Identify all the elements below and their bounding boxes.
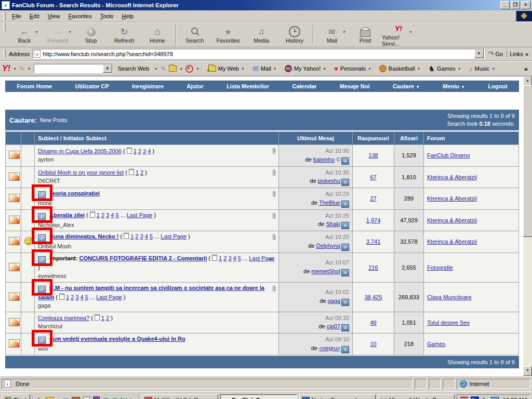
quicklaunch-desktop-icon[interactable]: ✎ <box>37 396 43 399</box>
header-last-post[interactable]: Ultimul Mesaj <box>279 132 353 145</box>
toolbar-grip[interactable] <box>3 50 6 58</box>
page-number-link[interactable]: 3 <box>143 148 146 154</box>
page-number-link[interactable]: 4 <box>111 212 114 218</box>
go-to-first-new-post-icon[interactable]: ✓ <box>38 256 46 264</box>
nav-lista-membrilor[interactable]: Lista Membrilor <box>227 83 269 89</box>
forum-link[interactable]: Kterinca & Aberatzii <box>427 238 477 245</box>
address-dropdown-icon[interactable]: ▼ <box>474 49 484 58</box>
go-to-last-post-icon[interactable]: » <box>341 201 349 208</box>
last-poster-link[interactable]: TheBlue <box>319 200 340 206</box>
last-page-link[interactable]: Last Page <box>96 294 122 300</box>
tray-display-icon[interactable] <box>491 397 499 399</box>
yahoo-search-input[interactable]: ▼ <box>34 64 113 73</box>
thread-title-link[interactable]: CONCURS FOTOGRAFIE EDITIA 2 - Comentarii <box>79 255 207 261</box>
menu-help[interactable]: Help <box>117 11 138 21</box>
vertical-scrollbar[interactable]: ▲ ▼ <box>523 76 532 376</box>
last-poster-link[interactable]: Delphyna <box>316 243 340 249</box>
search-web-button[interactable]: Search Web <box>115 64 152 73</box>
forum-link[interactable]: Kterinca & Aberatzii <box>427 174 477 180</box>
replies-link[interactable]: 27 <box>370 195 376 202</box>
maximize-button[interactable]: ❐ <box>511 1 520 9</box>
menu-tools[interactable]: Tools <box>96 11 118 21</box>
page-number-link[interactable]: 3 <box>106 212 109 218</box>
last-poster-link[interactable]: memetShol <box>311 268 340 274</box>
go-to-first-new-post-icon[interactable]: ✓ <box>38 234 46 242</box>
yahoo-search-dropdown-icon[interactable]: ▼ <box>103 64 112 73</box>
page-number-link[interactable]: 1 <box>66 294 69 300</box>
highlight-pencil-icon[interactable]: ✎ <box>161 65 166 73</box>
thread-title-link[interactable]: Oribilul Mosh is on your ignore list <box>38 169 124 176</box>
bookmarks-folder-icon[interactable] <box>169 65 177 72</box>
stop-button[interactable]: × Stop <box>74 23 108 47</box>
nav-forum-home[interactable]: Forum Home <box>17 83 52 89</box>
page-number-link[interactable]: 3 <box>140 233 143 240</box>
tray-scheduler-icon[interactable] <box>460 396 468 399</box>
search-web-dropdown-icon[interactable]: ▼ <box>154 67 158 71</box>
page-number-link[interactable]: 3 <box>75 294 78 300</box>
nav-calendar[interactable]: Calendar <box>292 83 316 89</box>
quicklaunch-calculator-icon[interactable]: ▦ <box>103 396 109 399</box>
last-poster-link[interactable]: <negru> <box>319 345 340 351</box>
search-button[interactable]: Search <box>178 23 211 47</box>
page-number-link[interactable]: 1 <box>134 148 137 154</box>
pencil-dropdown-icon[interactable]: ▼ <box>28 67 31 71</box>
page-number-link[interactable]: 5 <box>238 255 241 261</box>
scroll-down-button[interactable]: ▼ <box>523 366 532 376</box>
page-number-link[interactable]: 4 <box>233 255 236 261</box>
links-bar[interactable]: Links » <box>507 51 531 57</box>
page-number-link[interactable]: 2 <box>138 148 141 154</box>
page-number-link[interactable]: 5 <box>115 212 118 218</box>
yahoo-logo[interactable]: Y! <box>2 64 10 73</box>
nav-ajutor[interactable]: Ajutor <box>187 83 203 89</box>
page-number-link[interactable]: 1 <box>219 255 222 261</box>
thread-title-link[interactable]: Buna dimineatza, Necko ! <box>49 233 118 240</box>
mail-dropdown-icon[interactable]: ▼ <box>342 30 346 34</box>
pages-group[interactable]: ( 1 2 3 4 5 ... Last Page ) <box>56 294 125 300</box>
go-to-first-new-post-icon[interactable]: ✓ <box>38 286 46 294</box>
go-to-last-post-icon[interactable]: » <box>341 324 349 331</box>
go-to-last-post-icon[interactable]: » <box>341 269 349 276</box>
last-poster-link[interactable]: Shaki <box>326 221 340 227</box>
target-icon[interactable] <box>185 65 193 73</box>
pages-group[interactable]: ( 1 2 3 4 5 ... Last Page ) <box>86 212 156 218</box>
last-poster-link[interactable]: cip07 <box>327 323 340 329</box>
page-number-link[interactable]: 2 <box>223 255 227 261</box>
thread-title-link[interactable]: Dinamo in Cupa Uefa 2005-2006 <box>38 148 122 154</box>
toolbar-grip[interactable] <box>3 12 6 20</box>
nav-inregistrare[interactable]: Inregistrare <box>132 83 164 89</box>
thread-title-link[interactable]: cum vedeţi eventuala evoluţie a Quake4-u… <box>49 336 185 342</box>
quicklaunch-notepad-icon[interactable] <box>83 396 90 399</box>
games-button[interactable]: ♞ Games ▼ <box>426 63 464 74</box>
pages-group[interactable]: ( 1 2 ) <box>125 169 147 176</box>
task-fanclub-forum[interactable]: e FanClub Forum -... <box>220 394 297 399</box>
refresh-button[interactable]: ↻ Refresh <box>108 23 141 47</box>
bookmarks-dropdown-icon[interactable]: ▼ <box>179 67 183 71</box>
go-button[interactable]: ↷ Go <box>485 50 507 58</box>
target-dropdown-icon[interactable]: ▼ <box>196 67 200 71</box>
replies-link[interactable]: 138 <box>368 152 378 158</box>
header-replies[interactable]: Raspunsuri <box>353 132 394 145</box>
back-button[interactable]: ← ▼ Back <box>8 23 41 47</box>
forward-button[interactable]: → ▼ Forward <box>41 23 74 47</box>
go-to-last-post-icon[interactable]: » <box>341 179 349 186</box>
links-chevron-icon[interactable]: » <box>525 51 528 57</box>
personals-button[interactable]: ♥ Personals ▼ <box>331 64 374 74</box>
task-norton-commander[interactable]: Norton Commander ... <box>299 394 376 399</box>
thread-title-link[interactable]: Teoria conspiratiei <box>49 190 100 196</box>
compose-pencil-icon[interactable]: ✎ <box>19 65 25 73</box>
forum-link[interactable]: FanClub Dinamo <box>427 152 470 158</box>
scroll-up-button[interactable]: ▲ <box>523 76 532 86</box>
quicklaunch-media-player-icon[interactable]: ▶ <box>130 396 135 399</box>
print-button[interactable]: Print <box>349 23 382 47</box>
last-poster-link[interactable]: piskeshu <box>318 178 340 184</box>
menu-edit[interactable]: Edit <box>25 11 44 21</box>
pages-group[interactable]: ( 1 2 ) <box>91 315 113 321</box>
address-url[interactable]: http://www.fanclub.ro/search.php?searchi… <box>43 51 474 57</box>
pages-group[interactable]: ( 1 2 3 4 5 ... Last Page ) <box>120 233 190 240</box>
forum-link[interactable]: Totul despre Sex <box>427 320 470 326</box>
page-number-link[interactable]: 4 <box>81 294 84 300</box>
my-web-button[interactable]: My Web ▼ <box>206 64 247 73</box>
yahoo-services-button[interactable]: Y! ▼ Yahoo! Servi... <box>382 23 415 47</box>
page-number-link[interactable]: 2 <box>106 315 109 321</box>
header-views[interactable]: Afisari <box>394 132 424 145</box>
